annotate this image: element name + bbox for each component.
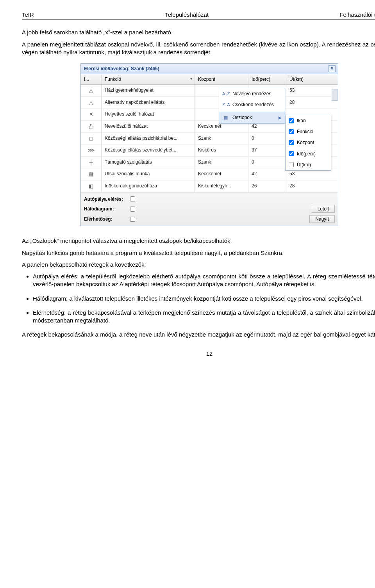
column-toggle-item[interactable]: Központ — [286, 137, 331, 148]
row-icon: △ — [81, 97, 102, 109]
column-toggle-label: Út(km) — [297, 162, 311, 168]
row-center: Kiskunfélegyh... — [195, 180, 248, 192]
paragraph-1: A jobb felső sarokban található „x”-szel… — [22, 29, 375, 36]
elerhetoseg-checkbox[interactable] — [130, 217, 135, 222]
sort-asc-item[interactable]: A↓Z Növekvő rendezés — [219, 88, 285, 99]
paragraph-5: A panelen bekapcsolható rétegek a követk… — [22, 261, 375, 269]
row-icon: ▨ — [81, 168, 102, 180]
column-toggle-label: Funkció — [297, 128, 313, 135]
col-header-time[interactable]: Idő(perc) — [248, 74, 286, 84]
column-toggle-label: Idő(perc) — [297, 151, 316, 157]
column-toggle-item[interactable]: Idő(perc) — [286, 148, 331, 159]
row-time: 42 — [248, 168, 286, 180]
table-row[interactable]: ◧Időskorúak gondozóházaKiskunfélegyh...2… — [81, 180, 338, 192]
column-toggle-checkbox[interactable] — [289, 151, 294, 156]
sort-asc-icon: A↓Z — [222, 91, 229, 97]
columns-label: Oszlopok — [232, 114, 252, 121]
row-function: Utcai szociális munka — [102, 168, 195, 180]
column-toggle-item[interactable]: Ikon — [286, 115, 331, 126]
row-icon: △ — [81, 85, 102, 96]
letolt-button[interactable]: Letölt — [312, 205, 335, 213]
header-center: Településhálózat — [165, 11, 209, 19]
row-function: Időskorúak gondozóháza — [102, 180, 195, 192]
row-function: Házi gyermekfelügyelet — [102, 85, 195, 96]
nagyit-button[interactable]: Nagyít — [309, 215, 335, 223]
row-function: Nevelőszülői hálózat — [102, 121, 195, 132]
column-toggle-label: Ikon — [297, 118, 306, 124]
sort-desc-icon: Z↓A — [222, 102, 229, 108]
list-item: Hálódiagram: a kiválasztott településen … — [33, 295, 375, 303]
column-toggle-checkbox[interactable] — [289, 129, 294, 134]
column-toggle-checkbox[interactable] — [289, 162, 294, 167]
page-number: 12 — [22, 350, 375, 358]
sort-asc-label: Növekvő rendezés — [232, 91, 271, 97]
row-center: Kecskemét — [195, 168, 248, 180]
footer-label-autopalya: Autópálya elérés: — [84, 196, 127, 202]
row-icon: 凸 — [81, 121, 102, 132]
header-right: Felhasználói útmutató — [339, 11, 375, 19]
row-time: 37 — [248, 144, 286, 156]
sort-desc-label: Csökkenő rendezés — [232, 102, 274, 108]
row-icon: ◻ — [81, 133, 102, 144]
column-toggle-item[interactable]: Út(km) — [286, 159, 331, 170]
row-time: 0 — [248, 133, 286, 144]
row-time: 26 — [248, 180, 286, 192]
row-function: Közösségi ellátás pszichiátriai bet... — [102, 133, 195, 144]
halodiagram-checkbox[interactable] — [130, 207, 135, 212]
paragraph-4: Nagyítás funkciós gomb hatására a progra… — [22, 249, 375, 257]
row-distance: 53 — [286, 85, 338, 96]
col-header-icon[interactable]: I... — [81, 74, 102, 84]
columns-submenu: IkonFunkcióKözpontIdő(perc)Út(km) — [285, 115, 331, 171]
column-toggle-label: Központ — [297, 139, 314, 146]
footer-label-elerhetoseg: Elérhetőség: — [84, 216, 127, 222]
dropdown-separator — [219, 111, 285, 111]
row-icon: ┼ — [81, 157, 102, 168]
row-center: Kiskőrös — [195, 144, 248, 156]
column-toggle-item[interactable]: Funkció — [286, 126, 331, 137]
column-toggle-checkbox[interactable] — [289, 118, 294, 123]
paragraph-3: Az „Oszlopok” menüpontot választva a meg… — [22, 237, 375, 245]
col-header-center[interactable]: Központ — [195, 74, 248, 84]
row-icon: ◧ — [81, 180, 102, 192]
close-button[interactable]: × — [329, 65, 336, 72]
list-item: Elérhetőség: a réteg bekapcsolásával a t… — [33, 309, 375, 325]
footer-label-halodiagram: Hálódiagram: — [84, 206, 127, 212]
col-header-function[interactable]: Funkció — [102, 74, 195, 84]
row-distance: 28 — [286, 97, 338, 109]
row-center: Szank — [195, 133, 248, 144]
table-row[interactable]: △Alternatív napközbeni ellátás28 — [81, 97, 338, 109]
row-distance: 28 — [286, 180, 338, 192]
panel-title: Elérési idő/távolság: Szank (2465) — [84, 66, 159, 71]
header-left: TeIR — [22, 11, 34, 19]
chevron-right-icon: ▶ — [279, 115, 282, 121]
columns-icon: ▦ — [222, 115, 229, 121]
row-function: Helyettes szülői hálózat — [102, 109, 195, 120]
column-toggle-checkbox[interactable] — [289, 140, 294, 145]
row-function: Támogató szolgáltatás — [102, 157, 195, 168]
table-row[interactable]: △Házi gyermekfelügyelet53 — [81, 85, 338, 97]
paragraph-2: A panelen megjelenített táblázat oszlopa… — [22, 41, 375, 57]
list-item: Autópálya elérés: a településről legköze… — [33, 273, 375, 289]
row-function: Közösségi ellátás szenvedélybet... — [102, 144, 195, 156]
row-icon: ✕ — [81, 109, 102, 120]
sort-dropdown: A↓Z Növekvő rendezés Z↓A Csökkenő rendez… — [219, 88, 285, 124]
paragraph-6: A rétegek bekapcsolásának a módja, a rét… — [22, 331, 375, 339]
row-time: 0 — [248, 157, 286, 168]
row-center: Szank — [195, 157, 248, 168]
sort-desc-item[interactable]: Z↓A Csökkenő rendezés — [219, 99, 285, 110]
autopalya-checkbox[interactable] — [130, 196, 135, 201]
col-header-distance[interactable]: Út(km) — [286, 74, 338, 84]
row-icon: ⋙ — [81, 144, 102, 156]
columns-item[interactable]: ▦ Oszlopok ▶ — [219, 112, 285, 123]
row-function: Alternatív napközbeni ellátás — [102, 97, 195, 109]
scrollbar[interactable] — [332, 89, 338, 101]
